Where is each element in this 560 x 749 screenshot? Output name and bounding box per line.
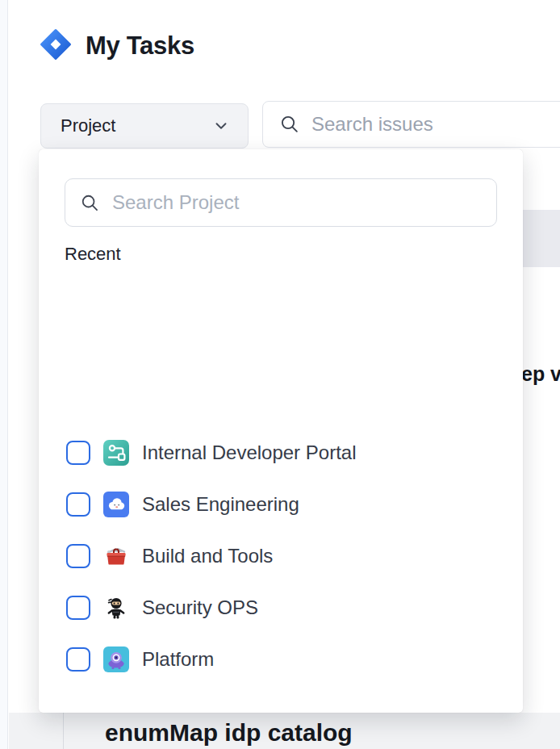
alien-project-icon	[103, 646, 129, 672]
project-checkbox[interactable]	[66, 596, 90, 620]
project-option-label: Build and Tools	[142, 545, 273, 567]
project-filter-label: Project	[61, 115, 115, 136]
project-checkbox[interactable]	[66, 492, 90, 517]
chevron-down-icon	[212, 117, 230, 135]
project-option-internal-developer-portal[interactable]: Internal Developer Portal	[39, 427, 523, 479]
search-issues-input[interactable]	[311, 113, 560, 136]
project-option-build-and-tools[interactable]: Build and Tools	[39, 530, 523, 582]
project-checkbox[interactable]	[66, 647, 90, 672]
project-option-label: Security OPS	[142, 596, 258, 619]
background-row-peek	[523, 210, 560, 267]
clipped-task-text-right: ep v	[521, 362, 560, 386]
project-option-platform[interactable]: Platform	[39, 634, 523, 685]
project-option-sales-engineering[interactable]: Sales Engineering	[39, 479, 523, 530]
jira-logo-icon	[39, 27, 73, 65]
project-option-label: Internal Developer Portal	[142, 441, 356, 464]
project-filter-dropdown: Recent Internal Developer	[39, 149, 523, 713]
project-filter-button[interactable]: Project	[40, 103, 249, 149]
sliders-project-icon	[103, 440, 129, 466]
search-icon	[80, 193, 100, 213]
left-panel-edge	[0, 0, 8, 749]
recent-section-label: Recent	[65, 244, 121, 265]
search-project-input[interactable]	[112, 191, 483, 214]
background-vertical-divider	[63, 713, 64, 749]
search-issues-field	[262, 101, 560, 148]
cloud-project-icon	[103, 492, 129, 517]
clipped-task-text-bottom: enumMap idp catalog	[105, 719, 353, 747]
project-checkbox[interactable]	[66, 441, 90, 465]
search-project-field	[65, 178, 497, 227]
page-header: My Tasks	[39, 27, 194, 65]
toolbox-project-icon	[103, 543, 129, 569]
ninja-project-icon	[103, 595, 129, 621]
project-checkbox[interactable]	[66, 544, 90, 568]
project-list: Internal Developer Portal	[39, 427, 523, 685]
project-option-label: Platform	[142, 648, 214, 671]
project-option-security-ops[interactable]: Security OPS	[39, 582, 523, 634]
search-icon	[279, 114, 300, 135]
project-option-label: Sales Engineering	[142, 493, 299, 516]
page-title: My Tasks	[86, 31, 194, 61]
